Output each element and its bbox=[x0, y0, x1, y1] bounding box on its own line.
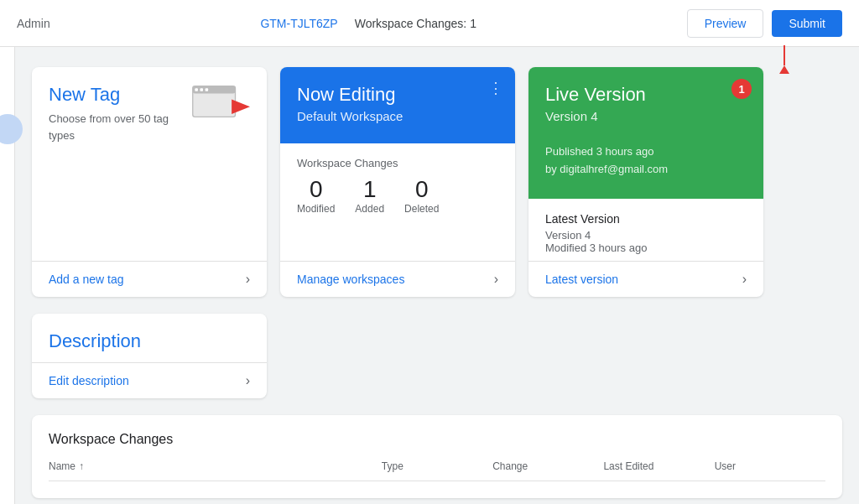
preview-button[interactable]: Preview bbox=[687, 9, 764, 38]
new-tag-subtitle: Choose from over 50 tag types bbox=[49, 111, 191, 143]
now-editing-header: Now Editing Default Workspace ⋮ bbox=[280, 67, 515, 143]
tag-icon bbox=[191, 84, 250, 126]
table-header-row: Name ↑ Type Change Last Edited User bbox=[49, 460, 825, 481]
stat-modified-label: Modified bbox=[297, 203, 335, 215]
live-version-published: Published 3 hours ago by digitalhref@gma… bbox=[545, 143, 747, 179]
workspace-changes-section: Workspace Changes 0 Modified 1 Added 0 D… bbox=[280, 143, 515, 228]
workspace-changes-table: Workspace Changes Name ↑ Type Change Las… bbox=[32, 415, 842, 498]
live-version-badge: 1 bbox=[731, 79, 752, 99]
menu-dots-icon[interactable]: ⋮ bbox=[488, 79, 503, 97]
description-card-top: Description bbox=[32, 314, 267, 362]
header-center: GTM-TJLT6ZP Workspace Changes: 1 bbox=[50, 17, 687, 30]
table-col-last-edited: Last Edited bbox=[603, 460, 714, 472]
chevron-right-icon: › bbox=[246, 272, 250, 287]
cards-row-1: New Tag Choose from over 50 tag types Ad… bbox=[32, 67, 842, 297]
header-actions: Preview Submit bbox=[687, 9, 842, 38]
stat-deleted: 0 Deleted bbox=[404, 176, 439, 215]
col-name-label: Name bbox=[49, 460, 75, 472]
now-editing-card: Now Editing Default Workspace ⋮ Workspac… bbox=[280, 67, 515, 297]
header-workspace-changes: Workspace Changes: 1 bbox=[355, 17, 476, 30]
workspace-changes-table-title: Workspace Changes bbox=[49, 432, 825, 447]
stat-added-number: 1 bbox=[363, 176, 377, 203]
latest-version-link[interactable]: Latest version bbox=[545, 273, 618, 286]
new-tag-card-text: New Tag Choose from over 50 tag types bbox=[49, 84, 191, 143]
stat-deleted-label: Deleted bbox=[404, 203, 439, 215]
table-col-user: User bbox=[715, 460, 825, 472]
latest-version-title: Latest Version bbox=[545, 212, 747, 226]
live-version-card: Live Version Version 4 Published 3 hours… bbox=[528, 67, 763, 297]
edit-description-link[interactable]: Edit description bbox=[49, 374, 129, 387]
table-col-name: Name ↑ bbox=[49, 460, 382, 472]
stat-modified: 0 Modified bbox=[297, 176, 335, 215]
new-tag-card-top: New Tag Choose from over 50 tag types bbox=[32, 67, 267, 153]
live-version-published-by: by digitalhref@gmail.com bbox=[545, 161, 747, 179]
latest-version-version: Version 4 bbox=[545, 229, 747, 242]
chevron-right-icon: › bbox=[494, 272, 498, 287]
stat-added-label: Added bbox=[355, 203, 384, 215]
sort-arrow-icon[interactable]: ↑ bbox=[79, 460, 84, 472]
now-editing-footer[interactable]: Manage workspaces › bbox=[280, 261, 515, 297]
new-tag-title: New Tag bbox=[49, 84, 191, 106]
new-tag-footer[interactable]: Add a new tag › bbox=[32, 261, 267, 297]
now-editing-title: Now Editing bbox=[297, 84, 498, 106]
cards-row-2: Description Edit description › bbox=[32, 314, 842, 398]
admin-label: Admin bbox=[17, 17, 50, 30]
add-new-tag-link[interactable]: Add a new tag bbox=[49, 273, 124, 286]
description-title: Description bbox=[49, 330, 250, 352]
chevron-right-icon: › bbox=[246, 373, 250, 388]
stat-deleted-number: 0 bbox=[415, 176, 429, 203]
chevron-right-icon: › bbox=[742, 272, 747, 287]
svg-marker-5 bbox=[232, 99, 250, 114]
submit-button[interactable]: Submit bbox=[772, 10, 842, 37]
description-card: Description Edit description › bbox=[32, 314, 267, 398]
new-tag-card: New Tag Choose from over 50 tag types Ad… bbox=[32, 67, 267, 297]
live-version-version: Version 4 bbox=[545, 109, 747, 123]
live-version-header: Live Version Version 4 Published 3 hours… bbox=[528, 67, 763, 199]
stat-added: 1 Added bbox=[355, 176, 384, 215]
svg-rect-3 bbox=[200, 88, 204, 91]
latest-version-section: Latest Version Version 4 Modified 3 hour… bbox=[528, 199, 763, 261]
now-editing-subtitle: Default Workspace bbox=[297, 109, 498, 123]
live-version-footer[interactable]: Latest version › bbox=[528, 261, 763, 297]
svg-rect-1 bbox=[193, 86, 236, 94]
svg-rect-4 bbox=[206, 88, 209, 91]
workspace-changes-label: Workspace Changes bbox=[297, 157, 498, 169]
header: Admin GTM-TJLT6ZP Workspace Changes: 1 P… bbox=[0, 0, 859, 47]
table-col-type: Type bbox=[382, 460, 492, 472]
workspace-stats: 0 Modified 1 Added 0 Deleted bbox=[297, 176, 498, 215]
sidebar bbox=[0, 47, 15, 504]
main-content: New Tag Choose from over 50 tag types Ad… bbox=[15, 47, 859, 504]
latest-version-modified: Modified 3 hours ago bbox=[545, 242, 747, 254]
svg-rect-2 bbox=[195, 88, 198, 91]
description-footer[interactable]: Edit description › bbox=[32, 362, 267, 398]
gtm-id: GTM-TJLT6ZP bbox=[260, 17, 337, 30]
table-col-change: Change bbox=[492, 460, 603, 472]
live-version-title: Live Version bbox=[545, 84, 747, 106]
manage-workspaces-link[interactable]: Manage workspaces bbox=[297, 273, 404, 286]
stat-modified-number: 0 bbox=[310, 176, 323, 203]
live-version-published-text: Published 3 hours ago bbox=[545, 143, 747, 161]
